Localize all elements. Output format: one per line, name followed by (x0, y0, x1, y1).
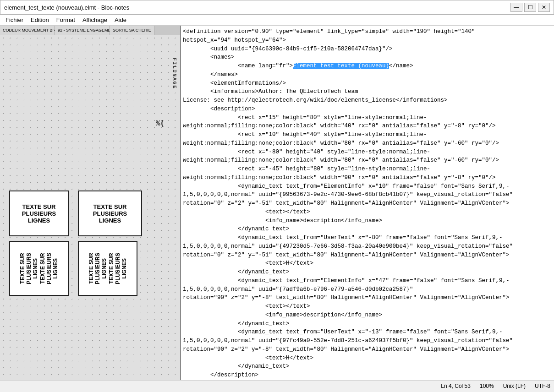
window-controls: — ☐ ✕ (510, 3, 550, 12)
maximize-button[interactable]: ☐ (524, 3, 536, 12)
menu-format[interactable]: Format (53, 16, 79, 24)
close-button[interactable]: ✕ (538, 3, 550, 12)
menu-aide[interactable]: Aide (111, 16, 130, 24)
status-bar: Ln 4, Col 53 100% Unix (LF) UTF-8 (0, 380, 554, 391)
left-panel: CODEUR MOUVEMENT BRAS SECONDAIRE 92 - SY… (0, 26, 181, 380)
status-line-ending: Unix (LF) (503, 383, 526, 389)
status-encoding: UTF-8 (535, 383, 550, 389)
tab-codeur[interactable]: CODEUR MOUVEMENT BRAS SECONDAIRE (0, 26, 55, 35)
diagram-elements: %( FILINAGE TEXTE SURPLUSIEURSLIGNES TEX… (0, 35, 180, 380)
menu-affichage[interactable]: Affichage (79, 16, 111, 24)
main-container: CODEUR MOUVEMENT BRAS SECONDAIRE 92 - SY… (0, 26, 554, 380)
minimize-button[interactable]: — (510, 3, 522, 12)
menu-fichier[interactable]: Fichier (2, 16, 27, 24)
right-panel: <definition version="0.90" type="element… (181, 26, 554, 380)
status-zoom: 100% (480, 383, 494, 389)
menu-edition[interactable]: Edition (27, 16, 53, 24)
window-title: element_test_texte (nouveau).elmt - Bloc… (4, 4, 129, 11)
diagram-canvas: %( FILINAGE TEXTE SURPLUSIEURSLIGNES TEX… (0, 35, 180, 380)
tab-sortie[interactable]: SORTIE SA CHERIE (110, 26, 154, 35)
editor-content[interactable]: <definition version="0.90" type="element… (181, 26, 554, 380)
menu-bar: Fichier Edition Format Affichage Aide (0, 15, 554, 26)
vertical-label: FILINAGE (172, 58, 177, 89)
element-box-1: TEXTE SURPLUSIEURSLIGNES (9, 191, 69, 236)
tab-systeme[interactable]: 92 - SYSTEME ENGAGEMENT (55, 26, 110, 35)
tab-bar: CODEUR MOUVEMENT BRAS SECONDAIRE 92 - SY… (0, 26, 180, 35)
percent-label: %( (156, 120, 165, 128)
element-box-2: TEXTE SURPLUSIEURSLIGNES (78, 191, 142, 236)
title-bar: element_test_texte (nouveau).elmt - Bloc… (0, 0, 554, 15)
status-line-col: Ln 4, Col 53 (441, 383, 471, 389)
element-box-3: TEXTE SURPLUSIEURSLIGNES TEXTE SURPLUSIE… (9, 241, 69, 296)
element-box-4: TEXTE SURPLUSIEURSLIGNES TEXTE SURPLUSIE… (78, 241, 137, 296)
